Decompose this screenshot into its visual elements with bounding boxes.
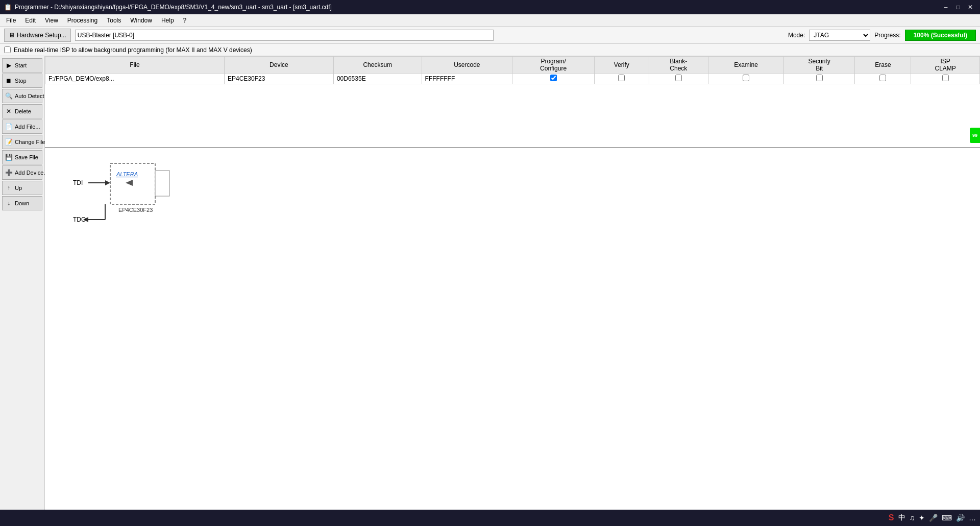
cell-usercode: FFFFFFFF [422, 74, 512, 84]
isp-label: Enable real-time ISP to allow background… [14, 46, 252, 54]
cell-device: EP4CE30F23 [224, 74, 333, 84]
menu-bar: File Edit View Processing Tools Window H… [0, 14, 980, 27]
taskbar-sparkle-icon[interactable]: ✦ [919, 514, 925, 522]
title-left: 📋 Programmer - D:/shiyanxiangshiyan/fpga… [4, 4, 332, 11]
cell-checksum: 00D6535E [333, 74, 422, 84]
col-examine: Examine [708, 57, 784, 74]
mode-label: Mode: [788, 32, 805, 39]
progress-box: 100% (Successful) [905, 30, 976, 41]
taskbar-music-icon[interactable]: ♫ [910, 514, 915, 522]
up-icon: ↑ [5, 184, 13, 192]
add-device-label: Add Device... [15, 170, 48, 176]
col-device: Device [224, 57, 333, 74]
col-checksum: Checksum [333, 57, 422, 74]
col-blank-check: Blank-Check [649, 57, 708, 74]
programmer-table: File Device Checksum Usercode Program/Co… [45, 56, 980, 84]
col-erase: Erase [855, 57, 911, 74]
cell-verify[interactable] [595, 74, 649, 84]
main-area: ▶ Start ⏹ Stop 🔍 Auto Detect ✕ Delete 📄 … [0, 56, 980, 526]
col-usercode: Usercode [422, 57, 512, 74]
cell-program[interactable] [512, 74, 595, 84]
taskbar: S 中 ♫ ✦ 🎤 ⌨ 🔊 … [0, 510, 980, 526]
toolbar-right: Mode: JTAG AS PS Progress: 100% (Success… [788, 30, 976, 41]
window-title: Programmer - D:/shiyanxiangshiyan/fpga-l… [15, 4, 332, 11]
stop-button[interactable]: ⏹ Stop [2, 74, 42, 88]
menu-help[interactable]: Help [157, 16, 178, 25]
add-device-button[interactable]: ➕ Add Device... [2, 165, 42, 180]
taskbar-more-icon[interactable]: … [969, 514, 976, 522]
col-file: File [45, 57, 225, 74]
cell-security[interactable] [783, 74, 855, 84]
delete-button[interactable]: ✕ Delete [2, 104, 42, 118]
delete-label: Delete [15, 108, 31, 114]
taskbar-keyboard-icon[interactable]: ⌨ [942, 514, 952, 522]
menu-file[interactable]: File [2, 16, 20, 25]
close-button[interactable]: ✕ [965, 3, 976, 12]
tdi-arrow [105, 180, 110, 185]
add-file-label: Add File... [15, 124, 40, 130]
chip-right-connector [155, 171, 169, 196]
right-edge-text: 99 [972, 133, 977, 138]
right-edge-indicator: 99 [970, 128, 980, 143]
title-bar: 📋 Programmer - D:/shiyanxiangshiyan/fpga… [0, 0, 980, 14]
menu-view[interactable]: View [41, 16, 62, 25]
stop-label: Stop [15, 78, 27, 84]
up-button[interactable]: ↑ Up [2, 181, 42, 195]
cell-examine[interactable] [708, 74, 784, 84]
diagram-svg: TDI ALTERA EP4CE30F23 TDO [45, 148, 249, 301]
start-label: Start [15, 62, 27, 68]
add-file-button[interactable]: 📄 Add File... [2, 119, 42, 134]
programmer-table-section: File Device Checksum Usercode Program/Co… [45, 56, 980, 148]
toolbar: 🖥 Hardware Setup... Mode: JTAG AS PS Pro… [0, 27, 980, 44]
menu-question[interactable]: ? [179, 16, 191, 25]
isp-row: Enable real-time ISP to allow background… [0, 44, 980, 56]
app-icon: 📋 [4, 4, 12, 11]
auto-detect-label: Auto Detect [15, 93, 44, 99]
menu-window[interactable]: Window [126, 16, 156, 25]
cell-blank-check[interactable] [649, 74, 708, 84]
auto-detect-button[interactable]: 🔍 Auto Detect [2, 89, 42, 103]
hardware-setup-label: Hardware Setup... [17, 32, 66, 39]
chip-brand-text: ALTERA [116, 171, 138, 177]
tdi-label: TDI [73, 179, 83, 186]
save-file-icon: 💾 [5, 154, 13, 161]
delete-icon: ✕ [5, 108, 13, 115]
hardware-setup-button[interactable]: 🖥 Hardware Setup... [4, 29, 71, 42]
progress-value: 100% (Successful) [914, 32, 967, 39]
isp-checkbox[interactable] [4, 46, 11, 53]
progress-label: Progress: [874, 32, 900, 39]
chip-name-text: EP4CE30F23 [118, 207, 153, 213]
add-device-icon: ➕ [5, 169, 13, 176]
menu-tools[interactable]: Tools [103, 16, 125, 25]
cell-isp-clamp[interactable] [911, 74, 980, 84]
save-file-button[interactable]: 💾 Save File [2, 150, 42, 164]
down-label: Down [15, 200, 29, 206]
down-button[interactable]: ↓ Down [2, 196, 42, 210]
taskbar-volume-icon[interactable]: 🔊 [956, 514, 965, 522]
maximize-button[interactable]: □ [952, 3, 964, 12]
cell-erase[interactable] [855, 74, 911, 84]
col-verify: Verify [595, 57, 649, 74]
taskbar-chinese-icon[interactable]: 中 [898, 513, 905, 522]
taskbar-s-icon: S [889, 513, 894, 522]
change-file-icon: 📝 [5, 138, 13, 146]
hardware-value-input[interactable] [75, 30, 494, 41]
minimize-button[interactable]: – [940, 3, 951, 12]
stop-icon: ⏹ [5, 77, 13, 84]
change-file-button[interactable]: 📝 Change File... [2, 135, 42, 149]
cell-file: F:/FPGA_DEMO/exp8... [45, 74, 225, 84]
start-button[interactable]: ▶ Start [2, 58, 42, 73]
up-label: Up [15, 185, 22, 191]
menu-edit[interactable]: Edit [21, 16, 40, 25]
hardware-icon: 🖥 [9, 32, 15, 39]
content-area: File Device Checksum Usercode Program/Co… [45, 56, 980, 526]
menu-processing[interactable]: Processing [63, 16, 102, 25]
tdo-label: TDO [73, 216, 86, 223]
auto-detect-icon: 🔍 [5, 92, 13, 100]
window-controls: – □ ✕ [940, 3, 976, 12]
taskbar-mic-icon[interactable]: 🎤 [929, 514, 938, 522]
diagram-section: TDI ALTERA EP4CE30F23 TDO [45, 148, 980, 526]
add-file-icon: 📄 [5, 123, 13, 130]
mode-select[interactable]: JTAG AS PS [809, 30, 870, 41]
sidebar: ▶ Start ⏹ Stop 🔍 Auto Detect ✕ Delete 📄 … [0, 56, 45, 526]
